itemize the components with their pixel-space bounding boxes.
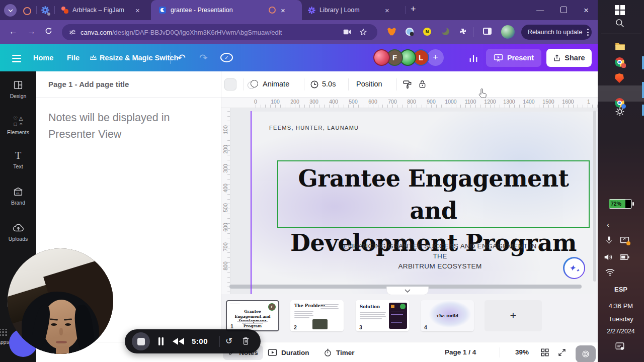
window-close-button[interactable]: ×	[584, 6, 589, 16]
undo-icon[interactable]: ↶	[177, 52, 186, 64]
stop-recording-button[interactable]	[132, 332, 150, 350]
language-indicator[interactable]: ESP	[598, 286, 644, 293]
page-number: 1	[230, 323, 233, 329]
zoom-level[interactable]: 39%	[515, 348, 529, 356]
rewind-icon[interactable]	[173, 338, 185, 345]
share-button[interactable]: Share	[546, 49, 592, 67]
browser-navbar: ← → canva.com/design/DAF-BBJvD0Q/lgoXhm3…	[0, 20, 598, 44]
lock-icon[interactable]	[418, 79, 427, 89]
grid-view-icon[interactable]	[540, 348, 549, 357]
file-menu[interactable]: File	[67, 54, 79, 62]
notes-placeholder[interactable]: Notes will be displayed in Presenter Vie…	[48, 110, 199, 143]
notes-panel-header[interactable]: Page 1 - Add page title	[36, 71, 221, 98]
file-explorer-icon[interactable]	[615, 42, 625, 51]
fullscreen-icon[interactable]	[557, 348, 567, 357]
present-button[interactable]: Present	[486, 49, 541, 67]
delete-recording-icon[interactable]	[242, 336, 250, 346]
window-restore-button[interactable]	[560, 7, 567, 13]
brave-icon[interactable]	[615, 73, 624, 83]
duration-button[interactable]: Duration	[268, 345, 309, 360]
thumbnail-page-3[interactable]: Solution 3	[356, 300, 409, 331]
tab-title: grantee - Presentation	[171, 7, 269, 14]
loom-ext-icon[interactable]	[406, 28, 414, 36]
back-button[interactable]: ←	[9, 27, 18, 37]
add-page-button[interactable]: +	[485, 300, 542, 331]
sidebar-item-uploads[interactable]: Uploads	[0, 222, 36, 250]
slide-subtitle[interactable]: ENHANCING GRANTEE SUCCESS AND ENGAGEMENT…	[336, 241, 544, 272]
microphone-tray-icon[interactable]	[605, 235, 613, 245]
tab-close-icon[interactable]: ×	[135, 7, 140, 14]
screen-share-tray-icon[interactable]	[620, 236, 629, 244]
thumbnail-page-1[interactable]: F Grantee Engagement and Development Pro…	[226, 300, 279, 331]
webcam-preview[interactable]	[8, 248, 113, 354]
thumbnail-page-4[interactable]: The Build 4	[421, 300, 474, 331]
window-minimize-button[interactable]: —	[536, 6, 544, 14]
redo-icon[interactable]: ↷	[199, 52, 208, 64]
browser-menu-icon[interactable]	[587, 29, 589, 36]
animate-button[interactable]: Animate	[263, 80, 289, 88]
tab-arbhack-figjam[interactable]: ArbHack – FigJam ×	[57, 0, 150, 20]
profile-avatar[interactable]	[501, 25, 515, 39]
sidebar-item-elements[interactable]: ♡△□○ Elements	[0, 116, 36, 144]
tab-camera-icon[interactable]	[343, 29, 351, 35]
relaunch-button[interactable]: Relaunch to update	[521, 25, 592, 40]
tray-expand-chevron[interactable]: ‹	[607, 220, 609, 229]
add-collaborator-button[interactable]: +	[427, 49, 444, 66]
sidebar-item-brand[interactable]: co. Brand	[0, 186, 36, 214]
position-button[interactable]: Position	[356, 80, 382, 88]
tab-search-button[interactable]	[4, 4, 17, 17]
tab-grantee-presentation[interactable]: grantee - Presentation ×	[151, 0, 302, 20]
page-indicator[interactable]: Page 1 / 4	[445, 348, 476, 356]
menu-hamburger-icon[interactable]	[12, 55, 21, 62]
pause-icon[interactable]	[158, 337, 164, 345]
selected-title-box[interactable]: Grantee Engagement and Development Progr…	[277, 160, 590, 228]
crown-icon	[90, 54, 97, 61]
bookmark-star-icon[interactable]	[359, 28, 367, 36]
dark-mode-moon-icon[interactable]	[442, 28, 449, 35]
insights-chart-icon[interactable]	[468, 53, 479, 62]
taskbar-search-icon[interactable]	[615, 18, 625, 28]
collapse-panel-tab[interactable]	[386, 287, 429, 295]
site-settings-icon[interactable]	[69, 29, 76, 36]
vertical-scrollbar[interactable]	[593, 111, 596, 282]
forward-button[interactable]: →	[27, 27, 36, 37]
wifi-tray-icon[interactable]	[605, 268, 615, 277]
start-button-icon[interactable]	[615, 5, 625, 15]
avatar-1[interactable]	[373, 49, 390, 66]
divider	[500, 347, 500, 357]
collaborator-avatars[interactable]: F L +	[373, 49, 444, 66]
magic-assistant-button[interactable]: ✦✦	[563, 257, 585, 279]
slide-page-1[interactable]: FEEMS, HUNTER, LAUNAMU Grantee Engagemen…	[251, 112, 598, 294]
speaker-tray-icon[interactable]	[604, 253, 614, 261]
n-extension-icon[interactable]: N	[423, 28, 431, 36]
extensions-puzzle-icon[interactable]	[459, 28, 467, 36]
side-panel-icon[interactable]	[483, 28, 492, 35]
battery-tray-icon[interactable]	[620, 254, 629, 260]
slide-kicker-text[interactable]: FEEMS, HUNTER, LAUNAMU	[269, 125, 359, 131]
action-center-icon[interactable]	[615, 342, 625, 351]
timer-button[interactable]: Timer	[324, 345, 355, 360]
reload-button[interactable]	[44, 27, 53, 35]
background-color-swatch[interactable]	[224, 78, 236, 90]
restart-recording-icon[interactable]: ↺	[225, 336, 232, 346]
sidebar-item-text[interactable]: T Text	[0, 150, 36, 178]
tab-close-icon[interactable]: ×	[281, 7, 285, 14]
page-duration-button[interactable]: 5.0s	[322, 80, 336, 88]
new-tab-button[interactable]: +	[411, 4, 416, 15]
home-menu[interactable]: Home	[33, 54, 53, 62]
address-bar[interactable]: canva.com/design/DAF-BBJvD0Q/lgoXhm3K6rH…	[62, 24, 377, 40]
thumbnail-page-2[interactable]: The Problem 2	[290, 300, 344, 331]
clock-time[interactable]: 4:36 PM	[598, 302, 644, 310]
battery-widget[interactable]: 72%	[609, 199, 632, 209]
tab-close-icon[interactable]: ×	[385, 7, 389, 14]
resize-magic-switch-menu[interactable]: Resize & Magic Switch	[100, 54, 178, 62]
tab-library-loom[interactable]: Library | Loom ×	[303, 0, 404, 20]
style-roller-icon[interactable]	[403, 79, 413, 89]
sidebar-item-design[interactable]: Design	[0, 79, 36, 108]
extension-fab[interactable]	[576, 345, 596, 362]
chrome-icon[interactable]	[615, 57, 624, 67]
metamask-extension-icon[interactable]	[387, 28, 396, 36]
horizontal-ruler[interactable]: 0 100 200 300 400 500 600 700 800 900 10…	[221, 98, 598, 108]
settings-gear-icon[interactable]	[615, 107, 625, 117]
page-title-label[interactable]: Page 1 - Add page title	[48, 80, 129, 88]
